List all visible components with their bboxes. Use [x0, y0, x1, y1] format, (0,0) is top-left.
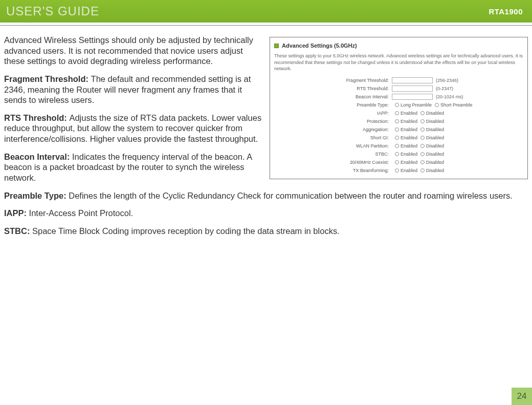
radio-icon[interactable]	[395, 119, 399, 123]
stbc-paragraph: STBC: Space Time Block Coding improves r…	[4, 226, 528, 237]
radio-label: Enabled	[401, 168, 417, 173]
preamble-paragraph: Preamble Type: Defines the length of the…	[4, 190, 528, 201]
figure-row-label: Beacon Interval:	[295, 94, 392, 99]
figure-row-label: TX Beamforming:	[295, 168, 392, 173]
figure-row-label: WLAN Partition:	[295, 143, 392, 148]
figure-row: 20/40MHz Coexist: Enabled Disabled	[295, 158, 523, 166]
header-banner: USER'S GUIDE RTA1900	[0, 0, 532, 23]
radio-icon[interactable]	[420, 152, 425, 156]
radio-icon[interactable]	[395, 152, 399, 156]
figure-row-label: Fragment Threshold:	[295, 78, 392, 83]
radio-icon[interactable]	[420, 119, 425, 123]
radio-icon[interactable]	[420, 127, 425, 132]
preamble-text: Defines the length of the Cyclic Redunda…	[69, 191, 513, 200]
radio-label: Long Preamble	[401, 102, 432, 108]
figure-row-label: Aggregation:	[295, 127, 392, 132]
figure-row-label: Protection:	[295, 119, 392, 124]
radio-label: Disabled	[426, 119, 444, 124]
radio-icon[interactable]	[395, 160, 399, 164]
radio-label: Disabled	[426, 152, 444, 157]
iapp-label: IAPP:	[4, 208, 29, 218]
radio-label: Enabled	[401, 127, 417, 132]
stbc-text: Space Time Block Coding improves recepti…	[32, 226, 340, 236]
radio-icon[interactable]	[395, 111, 399, 115]
figure-row-label: RTS Threshold:	[295, 86, 392, 91]
figure-row: TX Beamforming: Enabled Disabled	[295, 166, 523, 175]
fragment-label: Fragment Threshold:	[4, 74, 91, 83]
figure-row: Short GI: Enabled Disabled	[295, 134, 523, 142]
figure-row-label: Short GI:	[295, 135, 392, 140]
figure-row: WLAN Partition: Enabled Disabled	[295, 142, 523, 150]
iapp-paragraph: IAPP: Inter-Access Point Protocol.	[4, 208, 528, 219]
figure-heading: Advanced Settings (5.0GHz)	[274, 42, 523, 49]
radio-label: Enabled	[401, 143, 417, 148]
radio-icon[interactable]	[395, 103, 399, 107]
figure-hint: (20-1024 ms)	[433, 94, 463, 99]
radio-label: Disabled	[426, 160, 444, 165]
guide-title: USER'S GUIDE	[6, 4, 99, 18]
figure-row-label: STBC:	[295, 152, 392, 157]
page-content: Advanced Settings (5.0GHz) These setting…	[0, 28, 532, 236]
radio-label: Disabled	[426, 127, 444, 132]
figure-row-label: Preamble Type:	[295, 102, 392, 108]
radio-label: Disabled	[426, 135, 444, 140]
radio-label: Disabled	[426, 168, 444, 173]
radio-icon[interactable]	[395, 136, 399, 140]
rts-label: RTS Threshold:	[4, 113, 69, 122]
beacon-label: Beacon Interval:	[4, 152, 72, 161]
figure-row: Fragment Threshold:(256-2346)	[295, 76, 523, 84]
figure-title: Advanced Settings (5.0GHz)	[282, 42, 357, 49]
model-label: RTA1900	[489, 7, 523, 16]
stbc-label: STBC:	[4, 226, 32, 236]
radio-label: Enabled	[401, 160, 417, 165]
figure-input[interactable]	[392, 86, 433, 92]
figure-row-label: 20/40MHz Coexist:	[295, 160, 392, 165]
figure-row: Protection: Enabled Disabled	[295, 117, 523, 125]
figure-row: Beacon Interval:(20-1024 ms)	[295, 93, 523, 101]
radio-icon[interactable]	[420, 144, 425, 148]
figure-row: Preamble Type: Long Preamble Short Pream…	[295, 101, 523, 109]
figure-row: STBC: Enabled Disabled	[295, 150, 523, 158]
radio-label: Enabled	[401, 111, 417, 116]
radio-icon[interactable]	[420, 111, 425, 115]
figure-input[interactable]	[392, 94, 433, 100]
radio-label: Disabled	[426, 111, 444, 116]
radio-label: Short Preamble	[440, 102, 473, 108]
figure-hint: (0-2347)	[433, 86, 453, 91]
radio-icon[interactable]	[420, 160, 425, 164]
figure-row: Aggregation: Enabled Disabled	[295, 125, 523, 134]
radio-label: Enabled	[401, 152, 417, 157]
radio-label: Disabled	[426, 143, 444, 148]
page-number: 24	[512, 388, 532, 405]
figure-input[interactable]	[392, 77, 433, 83]
figure-form: Fragment Threshold:(256-2346)RTS Thresho…	[274, 76, 523, 175]
figure-hint: (256-2346)	[433, 78, 458, 83]
iapp-text: Inter-Access Point Protocol.	[29, 208, 134, 218]
radio-label: Enabled	[401, 135, 417, 140]
square-bullet-icon	[274, 44, 279, 48]
radio-icon[interactable]	[395, 168, 399, 173]
radio-label: Enabled	[401, 119, 417, 124]
figure-row: RTS Threshold:(0-2347)	[295, 84, 523, 93]
radio-icon[interactable]	[420, 136, 425, 140]
preamble-label: Preamble Type:	[4, 191, 69, 200]
radio-icon[interactable]	[435, 103, 439, 107]
radio-icon[interactable]	[395, 127, 399, 132]
header-divider	[0, 23, 532, 26]
radio-icon[interactable]	[420, 168, 425, 173]
figure-row: IAPP: Enabled Disabled	[295, 109, 523, 117]
advanced-settings-figure: Advanced Settings (5.0GHz) These setting…	[270, 37, 528, 179]
figure-row-label: IAPP:	[295, 111, 392, 116]
radio-icon[interactable]	[395, 144, 399, 148]
figure-description: These settings apply to your 5.0GHz wire…	[274, 53, 523, 72]
